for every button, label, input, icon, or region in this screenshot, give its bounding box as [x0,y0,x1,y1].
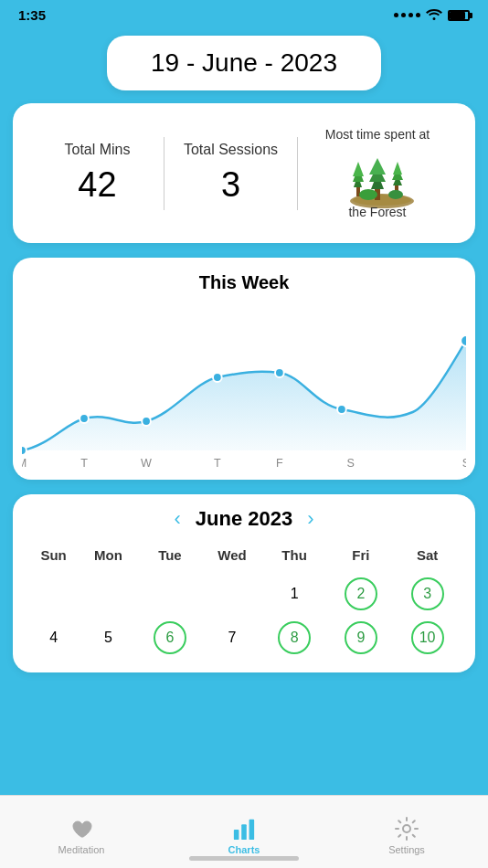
chart-card: This Week [13,258,475,480]
circled-day: 3 [411,577,444,610]
svg-point-18 [142,417,151,426]
svg-point-21 [337,405,346,414]
total-sessions-value: 3 [221,165,240,205]
total-mins-value: 42 [78,165,116,205]
status-bar: 1:35 [0,0,488,26]
circled-day: 8 [278,621,311,654]
calendar-header: ‹ June 2023 › [27,507,461,531]
circled-day: 2 [345,577,377,610]
tab-charts[interactable]: Charts [163,810,325,855]
stats-card: Total Mins 42 Total Sessions 3 Most time… [13,103,475,243]
svg-text:M: M [22,456,27,469]
circled-day: 9 [345,621,377,654]
svg-point-14 [359,189,377,200]
svg-point-19 [213,373,222,382]
calendar-day[interactable]: 2 [327,572,394,616]
calendar-month-title: June 2023 [196,507,292,531]
total-mins-block: Total Mins 42 [31,132,164,214]
chart-title: This Week [22,272,466,293]
svg-point-22 [461,335,466,346]
calendar-day[interactable]: 9 [327,616,394,660]
battery-icon [448,10,470,21]
gear-icon [395,817,419,841]
charts-icon [232,817,256,841]
svg-point-16 [22,446,27,455]
svg-text:T: T [214,456,221,469]
calendar-day[interactable]: 3 [394,572,461,616]
calendar-card: ‹ June 2023 › SunMonTueWedThuFriSat 1234… [13,494,475,672]
date-display: 19 - June - 2023 [107,36,381,90]
status-time: 1:35 [18,7,46,23]
status-icons [394,7,470,23]
svg-rect-32 [249,819,255,839]
svg-text:T: T [80,456,88,469]
calendar-day[interactable]: 10 [394,616,461,660]
circled-day: 6 [154,621,186,654]
tab-settings-label: Settings [388,844,425,855]
calendar-day [80,572,136,616]
weekday-header: Tue [137,544,204,572]
svg-rect-31 [241,824,247,840]
calendar-day[interactable]: 8 [261,616,328,660]
calendar-day[interactable]: 6 [137,616,204,660]
calendar-day [27,572,80,616]
calendar-next-button[interactable]: › [307,507,313,531]
most-time-label: Most time spent at [325,127,430,142]
total-sessions-block: Total Sessions 3 [164,132,297,214]
weekday-header: Thu [261,544,328,572]
tab-charts-label: Charts [228,844,260,855]
home-indicator [189,856,299,861]
calendar-grid: SunMonTueWedThuFriSat 12345678910 [27,544,461,660]
weekday-header: Fri [327,544,394,572]
svg-point-15 [388,190,403,199]
calendar-day [137,572,204,616]
calendar-body: 12345678910 [27,572,461,660]
weekday-header: Sat [394,544,461,572]
calendar-weekday-row: SunMonTueWedThuFriSat [27,544,461,572]
calendar-day [203,572,260,616]
calendar-week-row: 123 [27,572,461,616]
heart-icon [69,817,93,841]
svg-point-33 [403,825,410,832]
svg-point-20 [275,368,284,377]
svg-text:F: F [276,456,283,469]
total-mins-label: Total Mins [64,142,130,158]
location-name: the Forest [348,205,406,219]
svg-point-17 [80,414,89,423]
tab-meditation[interactable]: Meditation [0,810,163,855]
chart-area: M T W T F S S [22,304,466,469]
svg-rect-30 [234,829,239,839]
svg-marker-12 [393,162,402,175]
weekday-header: Wed [203,544,260,572]
circled-day: 10 [411,621,444,654]
weekday-header: Mon [80,544,136,572]
svg-text:W: W [141,456,153,469]
most-time-block: Most time spent at [298,120,457,227]
calendar-day[interactable]: 5 [80,616,136,660]
total-sessions-label: Total Sessions [184,142,278,158]
tab-meditation-label: Meditation [58,844,105,855]
calendar-day[interactable]: 7 [203,616,260,660]
svg-text:S: S [462,456,466,469]
calendar-day[interactable]: 1 [261,572,328,616]
calendar-week-row: 45678910 [27,616,461,660]
svg-marker-4 [353,162,364,176]
tab-settings[interactable]: Settings [325,810,488,855]
calendar-day[interactable]: 4 [27,616,80,660]
wifi-icon [426,7,442,23]
forest-icon [345,149,409,199]
signal-icon [394,13,420,17]
weekday-header: Sun [27,544,80,572]
calendar-prev-button[interactable]: ‹ [174,507,180,531]
svg-text:S: S [346,456,354,469]
svg-marker-8 [369,158,386,175]
